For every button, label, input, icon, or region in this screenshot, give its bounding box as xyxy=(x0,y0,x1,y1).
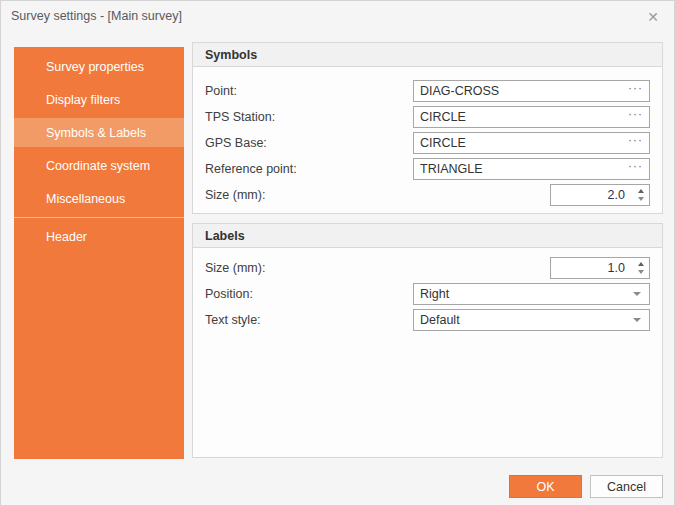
chevron-down-icon xyxy=(633,318,641,322)
label-position-select[interactable]: Right xyxy=(413,283,650,305)
browse-ellipsis-icon[interactable]: ··· xyxy=(628,161,649,177)
point-symbol-field[interactable]: DIAG-CROSS ··· xyxy=(413,80,650,102)
label-size-stepper[interactable]: 1.0 xyxy=(550,257,650,279)
ok-button[interactable]: OK xyxy=(509,475,582,498)
tps-station-label: TPS Station: xyxy=(205,110,275,124)
reference-point-symbol-value: TRIANGLE xyxy=(414,162,628,176)
sidebar-item-label: Coordinate system xyxy=(46,159,150,173)
symbol-size-label: Size (mm): xyxy=(205,188,265,202)
spinner-buttons xyxy=(632,185,649,205)
sidebar-item-miscellaneous[interactable]: Miscellaneous xyxy=(14,184,184,213)
window-title: Survey settings - [Main survey] xyxy=(11,9,182,23)
spinner-buttons xyxy=(632,258,649,278)
reference-point-label: Reference point: xyxy=(205,162,297,176)
spin-down-icon[interactable] xyxy=(638,270,644,274)
sidebar-item-survey-properties[interactable]: Survey properties xyxy=(14,52,184,81)
symbol-size-value: 2.0 xyxy=(551,188,632,202)
sidebar-item-label: Display filters xyxy=(46,93,120,107)
symbol-size-row: Size (mm): 2.0 xyxy=(205,184,650,206)
text-style-select[interactable]: Default xyxy=(413,309,650,331)
label-position-row: Position: Right xyxy=(205,283,650,305)
point-symbol-value: DIAG-CROSS xyxy=(414,84,628,98)
gps-base-row: GPS Base: CIRCLE ··· xyxy=(205,132,650,154)
label-size-label: Size (mm): xyxy=(205,261,265,275)
tps-station-row: TPS Station: CIRCLE ··· xyxy=(205,106,650,128)
sidebar-item-label: Symbols & Labels xyxy=(46,126,146,140)
gps-base-symbol-value: CIRCLE xyxy=(414,136,628,150)
labels-group-title: Labels xyxy=(193,224,662,248)
chevron-down-icon xyxy=(633,292,641,296)
label-size-value: 1.0 xyxy=(551,261,632,275)
label-position-value: Right xyxy=(414,287,633,301)
symbols-group-title: Symbols xyxy=(193,43,662,67)
spin-up-icon[interactable] xyxy=(638,189,644,193)
text-style-label: Text style: xyxy=(205,313,261,327)
gps-base-symbol-field[interactable]: CIRCLE ··· xyxy=(413,132,650,154)
sidebar-item-symbols-labels[interactable]: Symbols & Labels xyxy=(14,118,184,147)
tps-station-symbol-value: CIRCLE xyxy=(414,110,628,124)
reference-point-row: Reference point: TRIANGLE ··· xyxy=(205,158,650,180)
browse-ellipsis-icon[interactable]: ··· xyxy=(628,83,649,99)
reference-point-symbol-field[interactable]: TRIANGLE ··· xyxy=(413,158,650,180)
close-icon[interactable]: ✕ xyxy=(644,8,662,26)
browse-ellipsis-icon[interactable]: ··· xyxy=(628,135,649,151)
spin-down-icon[interactable] xyxy=(638,197,644,201)
sidebar-item-label: Survey properties xyxy=(46,60,144,74)
text-style-value: Default xyxy=(414,313,633,327)
sidebar-item-label: Miscellaneous xyxy=(46,192,125,206)
cancel-button[interactable]: Cancel xyxy=(590,475,663,498)
tps-station-symbol-field[interactable]: CIRCLE ··· xyxy=(413,106,650,128)
symbols-group: Symbols Point: DIAG-CROSS ··· TPS Statio… xyxy=(192,42,663,214)
gps-base-label: GPS Base: xyxy=(205,136,267,150)
point-row: Point: DIAG-CROSS ··· xyxy=(205,80,650,102)
settings-sidebar: Survey properties Display filters Symbol… xyxy=(14,47,184,459)
text-style-row: Text style: Default xyxy=(205,309,650,331)
browse-ellipsis-icon[interactable]: ··· xyxy=(628,109,649,125)
labels-group: Labels Size (mm): 1.0 Position: Right Te… xyxy=(192,223,663,458)
sidebar-divider xyxy=(14,217,184,218)
sidebar-item-header[interactable]: Header xyxy=(14,222,184,251)
label-size-row: Size (mm): 1.0 xyxy=(205,257,650,279)
sidebar-item-label: Header xyxy=(46,230,87,244)
symbol-size-stepper[interactable]: 2.0 xyxy=(550,184,650,206)
point-label: Point: xyxy=(205,84,237,98)
label-position-label: Position: xyxy=(205,287,253,301)
sidebar-item-coordinate-system[interactable]: Coordinate system xyxy=(14,151,184,180)
sidebar-item-display-filters[interactable]: Display filters xyxy=(14,85,184,114)
spin-up-icon[interactable] xyxy=(638,262,644,266)
